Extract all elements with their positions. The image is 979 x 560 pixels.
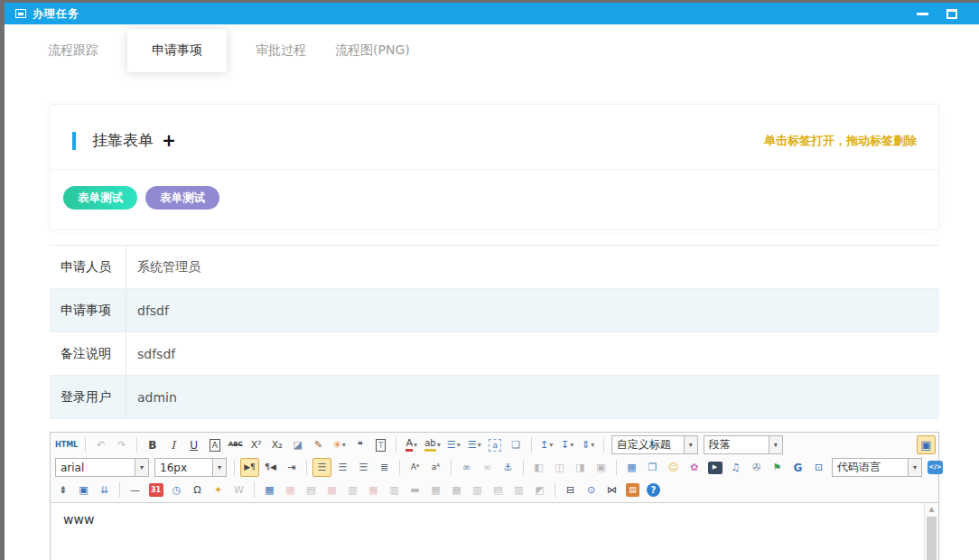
to-uppercase-button[interactable]: Aᵃ bbox=[406, 458, 424, 477]
tab-flowchart-png[interactable]: 流程图(PNG) bbox=[335, 29, 410, 72]
toolbar-separator bbox=[136, 437, 137, 453]
italic-button[interactable]: I bbox=[163, 435, 182, 454]
direction-ltr-button[interactable]: ▶¶ bbox=[240, 458, 259, 477]
align-center-button[interactable]: ☰ bbox=[333, 458, 352, 477]
insert-map-button[interactable]: ⚑ bbox=[768, 458, 787, 477]
attachment-button[interactable]: ✇ bbox=[747, 458, 766, 477]
application-info-table: 申请人员系统管理员申请事项dfsdf备注说明sdfsdf登录用户admin bbox=[50, 245, 939, 419]
chevron-down-icon: ▾ bbox=[591, 441, 594, 449]
anchor-button[interactable]: ⚓ bbox=[499, 458, 517, 477]
insert-image-button[interactable]: ▦ bbox=[622, 458, 641, 477]
insert-code-button[interactable]: </> bbox=[926, 458, 945, 477]
direction-rtl-button[interactable]: ¶◀ bbox=[261, 458, 280, 477]
maximize-icon[interactable] bbox=[946, 9, 957, 19]
strikethrough-button[interactable]: ABC bbox=[226, 435, 245, 454]
insert-music-button[interactable]: ♫ bbox=[726, 458, 745, 477]
auto-typeset-button[interactable]: ✳▾ bbox=[330, 435, 349, 454]
print-icon: ⊟ bbox=[566, 485, 574, 495]
help-button[interactable]: ? bbox=[644, 481, 663, 499]
image-inline-button: ◫ bbox=[550, 458, 569, 477]
insert-date-button[interactable]: 31 bbox=[146, 481, 165, 499]
paragraph-spacing-bottom-button[interactable]: ↧▾ bbox=[558, 435, 577, 454]
bold-button[interactable]: B bbox=[143, 435, 162, 454]
auto-format-button[interactable]: a bbox=[486, 435, 505, 454]
scroll-up-icon[interactable]: ▲ bbox=[925, 503, 938, 516]
subscript-icon: X₂ bbox=[272, 440, 283, 450]
blockquote-button[interactable]: ❝ bbox=[350, 435, 369, 454]
align-left-button[interactable]: ☰ bbox=[312, 458, 331, 477]
google-map-button[interactable]: G bbox=[788, 458, 807, 477]
font-color-button[interactable]: A▾ bbox=[402, 435, 421, 454]
insert-frame-button[interactable]: ▣ bbox=[74, 481, 93, 499]
horizontal-rule-button[interactable]: — bbox=[126, 481, 145, 499]
highlight-color-button[interactable]: ab▾ bbox=[423, 435, 443, 454]
add-form-button[interactable]: + bbox=[162, 132, 176, 149]
insert-time-button[interactable]: ◷ bbox=[167, 481, 186, 499]
blank-page-button[interactable]: ❏ bbox=[507, 435, 526, 454]
toolbar-separator bbox=[306, 460, 307, 475]
redo-icon: ↷ bbox=[117, 440, 126, 450]
font-family-select[interactable]: arial▾ bbox=[55, 458, 149, 477]
code-language-select[interactable]: 代码语言▾ bbox=[832, 458, 922, 477]
unordered-list-button[interactable]: ☰▾ bbox=[465, 435, 484, 454]
minimize-icon[interactable] bbox=[917, 13, 928, 15]
screenshot-button[interactable]: ⊡ bbox=[809, 458, 828, 477]
scrollbar-thumb[interactable] bbox=[927, 517, 937, 560]
editor-scrollbar[interactable]: ▲ bbox=[924, 503, 938, 560]
emoji-button[interactable]: ☺ bbox=[664, 458, 683, 477]
remove-format-button[interactable]: ◪ bbox=[288, 435, 307, 454]
superscript-button[interactable]: X² bbox=[247, 435, 266, 454]
split-columns-button: ▥ bbox=[509, 481, 528, 499]
paste-plain-text-button[interactable]: T bbox=[371, 435, 390, 454]
align-justify-button[interactable]: ≣ bbox=[375, 458, 394, 477]
toolbar-separator bbox=[399, 460, 400, 475]
insert-table-button[interactable]: ▦ bbox=[260, 481, 279, 499]
editor-content[interactable]: www bbox=[51, 503, 924, 560]
table-row: 备注说明sdfsdf bbox=[50, 332, 939, 376]
form-tag-1[interactable]: 表单测试 bbox=[145, 186, 219, 210]
image-transfer-button[interactable]: ⇊ bbox=[95, 481, 114, 499]
delete-table-button: ▦ bbox=[281, 481, 300, 499]
align-right-icon: ☰ bbox=[359, 462, 368, 472]
custom-title-select[interactable]: 自定义标题▾ bbox=[611, 435, 698, 454]
preview-button[interactable]: ⊙ bbox=[582, 481, 601, 499]
ordered-list-icon: ☰ bbox=[447, 440, 456, 450]
direction-ltr-icon: ▶¶ bbox=[244, 463, 256, 471]
page-break-button[interactable]: ⇟ bbox=[53, 481, 72, 499]
line-height-button[interactable]: ⇕▾ bbox=[579, 435, 598, 454]
attach-form-header: 挂靠表单 + 单击标签打开，拖动标签删除 bbox=[51, 105, 938, 170]
to-lowercase-icon: aᴬ bbox=[432, 463, 440, 471]
paragraph-format-select[interactable]: 段落▾ bbox=[704, 435, 783, 454]
font-border-button[interactable]: A bbox=[205, 435, 224, 454]
row-label: 申请事项 bbox=[50, 289, 126, 331]
tab-process-tracking[interactable]: 流程跟踪 bbox=[48, 29, 98, 72]
align-right-button[interactable]: ☰ bbox=[354, 458, 373, 477]
fullscreen-button[interactable]: ▣ bbox=[917, 435, 936, 454]
paste-clipboard-button[interactable]: ▤ bbox=[623, 481, 642, 499]
paragraph-spacing-top-button[interactable]: ↥▾ bbox=[537, 435, 556, 454]
tab-application-items[interactable]: 申请事项 bbox=[127, 29, 227, 72]
first-line-indent-button[interactable]: ⇥ bbox=[282, 458, 301, 477]
anchor-icon: ⚓ bbox=[504, 462, 513, 472]
insert-video-button[interactable]: ▶ bbox=[705, 458, 724, 477]
paragraph-spacing-top-icon: ↥ bbox=[540, 440, 548, 450]
source-code-button[interactable]: HTML bbox=[53, 435, 79, 454]
snapscreen-button[interactable]: ✦ bbox=[209, 481, 228, 499]
image-gallery-button[interactable]: ❐ bbox=[643, 458, 662, 477]
underline-button[interactable]: U bbox=[184, 435, 203, 454]
scrawl-button[interactable]: ✿ bbox=[685, 458, 704, 477]
print-button[interactable]: ⊟ bbox=[561, 481, 580, 499]
form-tag-0[interactable]: 表单测试 bbox=[63, 186, 137, 210]
format-brush-button[interactable]: ✎ bbox=[309, 435, 328, 454]
tab-approval-process[interactable]: 审批过程 bbox=[256, 29, 306, 72]
ordered-list-button[interactable]: ☰▾ bbox=[444, 435, 463, 454]
insert-link-button[interactable]: ∞ bbox=[457, 458, 476, 477]
to-lowercase-button[interactable]: aᴬ bbox=[426, 458, 445, 477]
search-replace-button[interactable]: ⋈ bbox=[602, 481, 621, 499]
subscript-button[interactable]: X₂ bbox=[267, 435, 286, 454]
insert-date-icon: 31 bbox=[149, 483, 163, 497]
special-chars-icon: Ω bbox=[193, 485, 200, 495]
special-chars-button[interactable]: Ω bbox=[188, 481, 207, 499]
direction-rtl-icon: ¶◀ bbox=[265, 463, 276, 471]
font-size-select[interactable]: 16px▾ bbox=[154, 458, 227, 477]
